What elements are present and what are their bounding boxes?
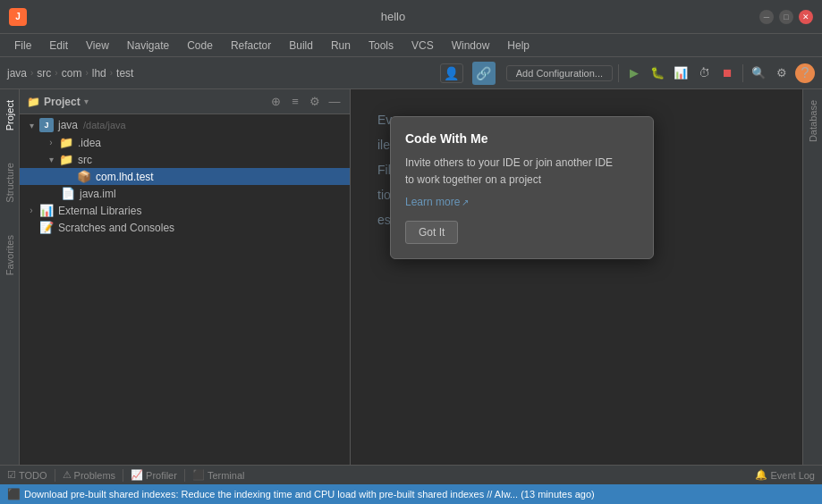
menu-build[interactable]: Build <box>282 38 320 54</box>
menu-code[interactable]: Code <box>180 38 220 54</box>
add-configuration-button[interactable]: Add Configuration... <box>506 65 613 81</box>
tree-arrow-ext: › <box>25 206 38 215</box>
sidebar-title-caret: ▾ <box>84 97 89 106</box>
tree-item-idea[interactable]: › 📁 .idea <box>20 134 350 151</box>
menu-edit[interactable]: Edit <box>42 38 75 54</box>
tree-arrow-src: ▾ <box>45 155 57 164</box>
tree-item-src[interactable]: ▾ 📁 src <box>20 151 350 168</box>
menu-tools[interactable]: Tools <box>361 38 401 54</box>
popup-body: Invite others to your IDE or join anothe… <box>405 155 639 189</box>
breadcrumb-lhd[interactable]: lhd <box>92 67 106 80</box>
minimize-button[interactable]: ─ <box>759 10 774 24</box>
status-event-log-label: Event Log <box>770 470 815 481</box>
collaborate-button[interactable]: 🔗 <box>472 62 496 85</box>
breadcrumb-test[interactable]: test <box>116 67 133 80</box>
right-tab-strip: Database <box>802 89 822 465</box>
tree-item-java-root[interactable]: ▾ J java /data/java <box>20 116 350 134</box>
separator-1 <box>618 64 619 82</box>
sidebar-expand-button[interactable]: ⊕ <box>267 94 284 110</box>
status-profiler[interactable]: 📈 Profiler <box>131 469 177 481</box>
title-bar-left: J <box>9 8 27 26</box>
tree-item-java-iml[interactable]: 📄 java.iml <box>20 185 350 202</box>
app-icon: J <box>9 8 27 26</box>
menu-navigate[interactable]: Navigate <box>120 38 176 54</box>
menu-run[interactable]: Run <box>324 38 358 54</box>
window-controls: ─ □ ✕ <box>759 10 813 24</box>
title-bar: J hello ─ □ ✕ <box>0 0 822 34</box>
search-button[interactable]: 🔍 <box>749 63 768 83</box>
tree-item-com-lhd-test[interactable]: 📦 com.lhd.test <box>20 168 350 185</box>
popup-learn-more-link[interactable]: Learn more ↗ <box>405 196 469 208</box>
sidebar: 📁 Project ▾ ⊕ ≡ ⚙ — ▾ J java /data/java … <box>20 89 351 465</box>
menu-bar: File Edit View Navigate Code Refactor Bu… <box>0 34 822 57</box>
close-button[interactable]: ✕ <box>799 10 813 24</box>
got-it-button[interactable]: Got It <box>405 221 458 244</box>
status-todo-label: TODO <box>19 470 47 481</box>
menu-vcs[interactable]: VCS <box>404 38 441 54</box>
settings-button[interactable]: ⚙ <box>772 63 792 83</box>
code-with-me-popup: Code With Me Invite others to your IDE o… <box>390 116 654 259</box>
tree-item-external-libs[interactable]: › 📊 External Libraries <box>20 202 350 219</box>
breadcrumb-src[interactable]: src <box>37 67 51 80</box>
status-problems[interactable]: ⚠ Problems <box>63 469 115 481</box>
run-button[interactable]: ▶ <box>624 63 644 83</box>
info-bar: ⬛ Download pre-built shared indexes: Red… <box>0 484 822 504</box>
sidebar-tab-structure[interactable]: Structure <box>3 155 17 210</box>
stop-button[interactable]: ⏹ <box>717 63 737 83</box>
status-bar: ☑ TODO ⚠ Problems 📈 Profiler ⬛ Terminal … <box>0 465 822 484</box>
tree-label-java-iml: java.iml <box>80 188 116 200</box>
help-icon-button[interactable]: ? <box>795 63 815 83</box>
breadcrumb: java › src › com › lhd › test <box>7 67 133 80</box>
status-profiler-label: Profiler <box>146 470 177 481</box>
tree-label-src: src <box>78 154 92 166</box>
tree-label-idea: .idea <box>78 137 101 149</box>
profile-run-button[interactable]: ⏱ <box>694 63 714 83</box>
tree-path-java: /data/java <box>83 120 126 130</box>
breadcrumb-java[interactable]: java <box>7 67 27 80</box>
sep2 <box>123 469 123 482</box>
sidebar-close-button[interactable]: — <box>326 94 343 110</box>
sidebar-header: 📁 Project ▾ ⊕ ≡ ⚙ — <box>20 89 350 114</box>
sidebar-options-button[interactable]: ⚙ <box>307 94 323 110</box>
status-terminal[interactable]: ⬛ Terminal <box>192 469 245 481</box>
popup-title: Code With Me <box>405 131 639 146</box>
sidebar-tree: ▾ J java /data/java › 📁 .idea ▾ 📁 src 📦 <box>20 114 350 465</box>
breadcrumb-com[interactable]: com <box>62 67 82 80</box>
status-event-log[interactable]: 🔔 Event Log <box>755 469 815 481</box>
tree-arrow: ▾ <box>25 121 38 130</box>
sep <box>55 469 55 482</box>
sidebar-title: Project <box>44 96 81 108</box>
tree-label-java: java <box>58 119 78 131</box>
left-tabs-strip: Project Structure Favorites <box>0 89 20 465</box>
menu-help[interactable]: Help <box>500 38 537 54</box>
info-bar-message: Download pre-built shared indexes: Reduc… <box>24 489 595 500</box>
sep3 <box>184 469 185 482</box>
menu-view[interactable]: View <box>79 38 116 54</box>
status-problems-label: Problems <box>74 470 115 481</box>
tree-item-scratches[interactable]: 📝 Scratches and Consoles <box>20 219 350 236</box>
right-tab-database[interactable]: Database <box>806 93 820 149</box>
tree-arrow-idea: › <box>45 138 57 147</box>
status-todo[interactable]: ☑ TODO <box>7 469 47 481</box>
menu-file[interactable]: File <box>7 38 38 54</box>
menu-refactor[interactable]: Refactor <box>224 38 278 54</box>
tree-label-external-libs: External Libraries <box>58 205 141 217</box>
toolbar: java › src › com › lhd › test 👤 🔗 Add Co… <box>0 57 822 89</box>
tree-label-scratches: Scratches and Consoles <box>58 222 174 234</box>
separator-2 <box>742 64 743 82</box>
sidebar-tab-project[interactable]: Project <box>3 93 17 138</box>
tree-label-com-lhd-test: com.lhd.test <box>96 171 154 183</box>
info-icon: ⬛ <box>7 488 21 500</box>
coverage-button[interactable]: 📊 <box>671 63 691 83</box>
maximize-button[interactable]: □ <box>779 10 793 24</box>
title-text: hello <box>381 10 405 23</box>
sidebar-collapse-button[interactable]: ≡ <box>287 94 303 110</box>
sidebar-tab-favorites[interactable]: Favorites <box>3 228 17 282</box>
menu-window[interactable]: Window <box>445 38 497 54</box>
profile-button[interactable]: 👤 <box>440 63 463 83</box>
status-terminal-label: Terminal <box>208 470 245 481</box>
debug-button[interactable]: 🐛 <box>648 63 667 83</box>
